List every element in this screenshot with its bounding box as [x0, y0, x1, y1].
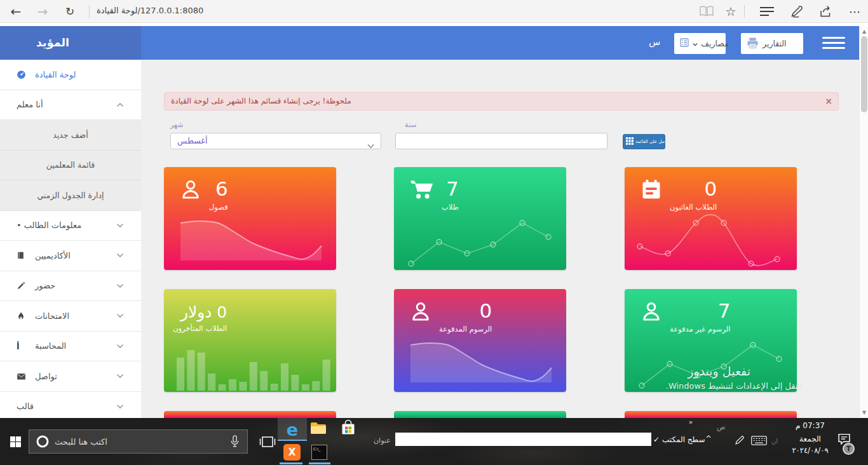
address-toolbar-input[interactable]: [395, 433, 651, 446]
divider: [89, 5, 90, 18]
partial-card-2: [625, 411, 797, 418]
cart-icon: [409, 179, 435, 212]
card-sparkline-chart: [625, 332, 797, 392]
card-sparkline-chart: [394, 332, 566, 392]
clock-date: ٢٠٢٤/٠٨/٠٩: [787, 446, 834, 455]
cortana-icon: [36, 435, 50, 448]
scroll-down-icon[interactable]: ▼: [860, 410, 868, 415]
sidebar-item-label: لوحة القيادة: [35, 70, 76, 79]
stat-card-3: 0 دولارالطلاب المتأخرون: [164, 289, 336, 392]
sidebar-item-0[interactable]: لوحة القيادة: [0, 60, 141, 90]
grid-icon: [626, 137, 634, 146]
year-input[interactable]: [395, 133, 607, 149]
flame-icon: [17, 311, 27, 320]
chevron-down-icon: [117, 374, 123, 379]
windows-logo-icon: [10, 436, 21, 447]
back-icon[interactable]: ←: [6, 3, 25, 20]
expenses-dropdown-button[interactable]: مصاريف: [674, 33, 726, 54]
partial-card-0: [164, 411, 336, 418]
sidebar-item-1[interactable]: أنا معلم: [0, 90, 141, 121]
address-toolbar-label: عنوان: [374, 436, 391, 445]
web-note-pen-icon[interactable]: [788, 3, 807, 20]
taskbar-explorer-button[interactable]: [310, 421, 327, 435]
letter-icon: أ: [17, 341, 27, 351]
scroll-up-icon[interactable]: ▲: [860, 29, 868, 34]
microphone-icon[interactable]: [230, 435, 240, 450]
browser-toolbar: ← → ↻ 127.0.0.1:8080/لوحة القيادة ☆ ⋯: [0, 0, 868, 23]
sidebar-item-10[interactable]: تواصل: [0, 361, 141, 392]
taskbar-edge-button[interactable]: e: [278, 418, 307, 441]
card-sparkline-chart: [625, 210, 797, 270]
start-button[interactable]: [10, 435, 27, 448]
card-value: 0: [670, 179, 717, 199]
sidebar-item-label: إدارة الجدول الزمني: [37, 191, 104, 200]
sidebar-item-9[interactable]: أالمحاسبة: [0, 332, 141, 362]
sidebar-item-label: أضف جديد: [53, 130, 88, 140]
sidebar-item-3[interactable]: قائمة المعلمين: [0, 151, 141, 181]
card-sparkline-chart: [394, 210, 566, 270]
task-view-icon[interactable]: [259, 436, 276, 450]
share-icon[interactable]: [816, 3, 835, 20]
sidebar-item-2[interactable]: أضف جديد: [0, 120, 141, 151]
search-placeholder: اكتب هنا للبحث: [55, 437, 107, 447]
hamburger-menu-icon[interactable]: [822, 37, 845, 50]
sidebar-item-label: الامتحانات: [35, 311, 69, 321]
bullet-icon: •: [17, 220, 22, 230]
sidebar-item-label: المحاسبة: [35, 341, 66, 351]
get-list-button[interactable]: احصل على القائمة: [623, 134, 665, 149]
divider: [744, 5, 745, 18]
envelope-icon: [17, 372, 27, 381]
month-label: شهر: [170, 121, 183, 129]
address-bar[interactable]: 127.0.0.1:8080/لوحة القيادة: [97, 6, 203, 15]
sidebar-item-8[interactable]: الامتحانات: [0, 301, 141, 332]
taskbar-search-input[interactable]: اكتب هنا للبحث: [29, 429, 248, 454]
forward-icon: →: [33, 3, 52, 20]
hidden-icons-chevron[interactable]: ^: [705, 435, 712, 443]
language-indicator[interactable]: ان: [771, 438, 778, 445]
month-select[interactable]: أغسطس: [170, 133, 381, 149]
alert-text: ملحوظة! يرجى إنشاء قسائم هذا الشهر على ل…: [171, 97, 351, 105]
sidebar-item-7[interactable]: حضور: [0, 271, 141, 302]
toolbar-overflow-chevron[interactable]: »: [689, 419, 693, 426]
expenses-label: مصاريف: [701, 39, 729, 48]
favorites-star-icon[interactable]: ☆: [721, 3, 740, 20]
taskbar-store-button[interactable]: [341, 419, 356, 436]
stat-card-1: 7طلاب: [394, 167, 566, 270]
more-options-icon[interactable]: ⋯: [845, 3, 864, 20]
reports-button[interactable]: التقارير: [741, 33, 803, 54]
scrollbar[interactable]: ▲ ▼: [859, 26, 868, 418]
sidebar-item-label: تواصل: [35, 372, 57, 381]
touch-keyboard-icon[interactable]: [751, 436, 767, 448]
refresh-icon[interactable]: ↻: [60, 3, 79, 20]
chevron-down-icon: [117, 314, 123, 318]
sidebar-item-11[interactable]: قالب: [0, 392, 141, 419]
card-sparkline-chart: [164, 210, 336, 270]
sidebar-item-5[interactable]: •معلومات الطالب: [0, 211, 141, 241]
windows-taskbar: اكتب هنا للبحث e X C:\_ عنوان » ✓ سطح ال…: [0, 418, 868, 465]
desktop-toolbar[interactable]: ✓ سطح المكتب: [653, 435, 705, 444]
taskbar-cmd-button[interactable]: C:\_: [311, 445, 327, 460]
close-icon[interactable]: ×: [825, 93, 832, 110]
card-value: 0: [439, 300, 492, 321]
hub-icon[interactable]: [757, 3, 776, 20]
faint-tray-text: ص: [717, 423, 725, 431]
tray-app-badge[interactable]: T: [843, 443, 855, 455]
sidebar-item-4[interactable]: إدارة الجدول الزمني: [0, 180, 141, 211]
running-app-underline: [309, 462, 330, 464]
desktop-toolbar-label: سطح المكتب: [662, 435, 705, 444]
pencil-icon: [17, 281, 27, 290]
sidebar-item-label: معلومات الطالب: [24, 220, 81, 230]
chevron-down-icon: [117, 344, 123, 348]
year-label: سنة: [405, 121, 416, 129]
reading-view-icon: [697, 3, 716, 20]
scrollbar-thumb[interactable]: [861, 36, 867, 112]
sidebar-item-6[interactable]: الأكاديميين: [0, 241, 141, 271]
ink-workspace-pen-icon[interactable]: [735, 435, 745, 448]
app-navbar: س مصاريف التقارير: [141, 26, 859, 60]
card-sparkline-chart: [164, 332, 336, 392]
folder-icon: [310, 421, 327, 435]
get-list-label: احصل على القائمة: [635, 139, 665, 144]
chevron-down-icon: [693, 39, 698, 48]
taskbar-xampp-button[interactable]: X: [283, 444, 301, 461]
taskbar-clock[interactable]: 07:37 م الجمعة ٢٠٢٤/٠٨/٠٩: [787, 418, 834, 465]
